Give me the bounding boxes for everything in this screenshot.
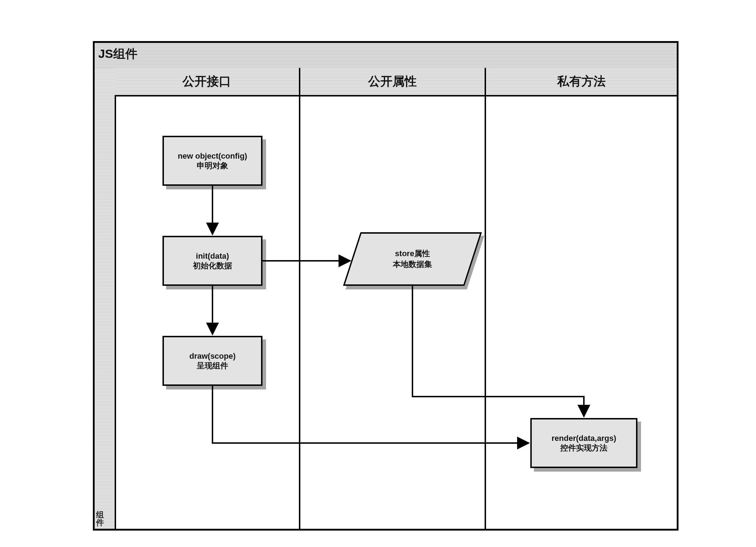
swimlane-diagram: JS组件 组 件 公开接口 公开属性 私有方法 new object(confi… xyxy=(93,41,679,531)
node-draw: draw(scope) 呈现组件 xyxy=(162,336,262,386)
node-sublabel: 控件实现方法 xyxy=(560,443,607,453)
edge-store-render xyxy=(412,286,584,417)
node-init: init(data) 初始化数据 xyxy=(162,236,262,286)
edge-draw-render xyxy=(212,386,529,443)
node-render: render(data,args) 控件实现方法 xyxy=(530,418,637,468)
node-sublabel: 呈现组件 xyxy=(197,361,228,371)
lane-header-private-method: 私有方法 xyxy=(486,68,677,96)
diagram-side-strip: 组 件 xyxy=(95,68,116,529)
node-sublabel: 本地数据集 xyxy=(393,259,432,270)
node-text: store属性 本地数据集 xyxy=(352,232,473,286)
diagram-side-label: 组 件 xyxy=(96,511,113,527)
node-label: new object(config) xyxy=(178,151,247,161)
node-new-object: new object(config) 申明对象 xyxy=(162,136,262,186)
node-label: draw(scope) xyxy=(189,351,236,361)
lane-header-public-interface: 公开接口 xyxy=(115,68,300,96)
lane-header-public-property: 公开属性 xyxy=(300,68,486,96)
node-sublabel: 申明对象 xyxy=(197,161,228,171)
lane-separator-2 xyxy=(485,96,486,529)
node-label: init(data) xyxy=(196,251,229,261)
lane-separator-1 xyxy=(299,96,300,529)
node-label: render(data,args) xyxy=(552,433,616,443)
node-label: store属性 xyxy=(395,248,430,259)
node-sublabel: 初始化数据 xyxy=(193,261,232,271)
diagram-title-bar: JS组件 xyxy=(95,43,677,69)
diagram-title: JS组件 xyxy=(98,46,137,62)
node-store: store属性 本地数据集 xyxy=(352,232,473,286)
